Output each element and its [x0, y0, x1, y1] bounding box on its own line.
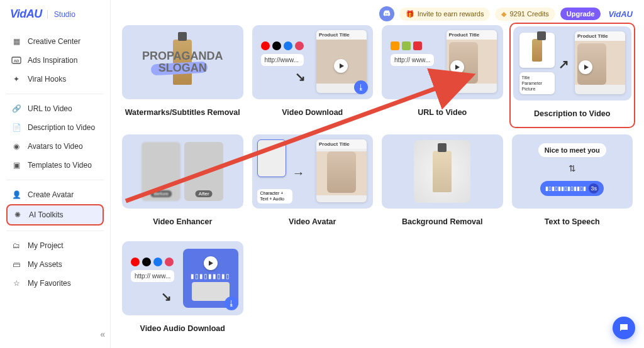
card-background-removal[interactable]: Background Removal [382, 134, 503, 232]
svg-text:AD: AD [14, 59, 19, 63]
avatar-icon: ◉ [11, 141, 21, 151]
star-icon: ☆ [11, 278, 21, 288]
card-title: Text to Speech [512, 209, 633, 232]
download-icon: ⭳ [354, 80, 368, 94]
brand-small: VidAU [608, 9, 633, 19]
topbar: 🎁Invite to earn rewards ◆9291 Credits Up… [122, 6, 633, 21]
tools-grid: PROPAGANDASLOGAN Watermarks/Subtitles Re… [122, 25, 633, 339]
card-title: URL to Video [382, 99, 503, 123]
person-icon: 👤 [11, 190, 21, 200]
card-text-to-speech[interactable]: Nice to meet you ⇅ ▮▯▮▯▮▮▯▮▯▮▮▯▮3s Text … [512, 134, 633, 232]
card-title: Background Removal [382, 209, 503, 232]
chat-fab[interactable] [613, 317, 635, 339]
sidebar-item-my-project[interactable]: 🗂My Project [6, 236, 104, 255]
card-video-download[interactable]: http://www... ↘ Product Title ⭳ Video Do… [252, 25, 374, 126]
grid-icon: ▦ [11, 36, 21, 46]
fire-icon: ✦ [11, 74, 21, 84]
box-icon: 🗃 [11, 259, 21, 269]
brand-sublabel: Studio [47, 10, 75, 19]
sidebar-item-create-avatar[interactable]: 👤Create Avatar [6, 185, 104, 204]
sidebar-item-my-assets[interactable]: 🗃My Assets [6, 255, 104, 274]
sidebar-item-creative-center[interactable]: ▦Creative Center [6, 32, 104, 51]
card-title: Video Avatar [252, 209, 374, 232]
sidebar-item-description-to-video[interactable]: 📄Description to Video [6, 118, 104, 137]
sidebar: VidAU Studio ▦Creative Center ADAds Insp… [0, 0, 111, 348]
folder-icon: 🗂 [11, 241, 21, 251]
card-description-to-video[interactable]: Title Parameter Picture ↗ Product Title … [509, 23, 636, 128]
card-url-to-video[interactable]: http:// www... ↘ Product Title URL to Vi… [382, 25, 503, 126]
doc-icon: 📄 [11, 122, 21, 133]
card-title: Video Audio Download [122, 315, 243, 339]
card-video-avatar[interactable]: Character + Text + Audio → Product Title… [252, 134, 374, 232]
discord-button[interactable] [379, 6, 394, 21]
credits-pill[interactable]: ◆9291 Credits [495, 8, 555, 21]
download-icon: ⭳ [225, 296, 238, 310]
brand-logo: VidAU [10, 8, 42, 21]
card-video-enhancer[interactable]: Before After Video Enhancer [122, 134, 243, 232]
sidebar-item-templates-to-video[interactable]: ▣Templates to Video [6, 156, 104, 175]
card-title: Description to Video [513, 101, 632, 124]
ad-icon: AD [11, 55, 21, 65]
sidebar-item-ads-inspiration[interactable]: ADAds Inspiration [6, 51, 104, 70]
card-watermarks[interactable]: PROPAGANDASLOGAN Watermarks/Subtitles Re… [122, 25, 243, 126]
sidebar-item-ai-toolkits[interactable]: ✺AI Toolkits [6, 204, 104, 226]
invite-button[interactable]: 🎁Invite to earn rewards [399, 8, 491, 21]
sidebar-item-avatars-to-video[interactable]: ◉Avatars to Video [6, 137, 104, 156]
spark-icon: ✺ [13, 210, 23, 220]
card-title: Video Enhancer [122, 209, 243, 232]
card-title: Video Download [252, 99, 374, 123]
link-icon: 🔗 [11, 104, 21, 114]
sidebar-item-viral-hooks[interactable]: ✦Viral Hooks [6, 70, 104, 89]
collapse-sidebar-button[interactable]: « [100, 329, 105, 339]
card-video-audio-download[interactable]: http:// www... ↘ ▮▯▮▯▮▮▯▮▯ ⭳ Video Audio… [122, 241, 243, 339]
sidebar-item-my-favorites[interactable]: ☆My Favorites [6, 274, 104, 293]
sidebar-item-url-to-video[interactable]: 🔗URL to Video [6, 99, 104, 118]
upgrade-button[interactable]: Upgrade [560, 8, 601, 20]
card-title: Watermarks/Subtitles Removal [122, 99, 243, 123]
main-content: 🎁Invite to earn rewards ◆9291 Credits Up… [111, 0, 644, 348]
logo-block: VidAU Studio [6, 8, 104, 21]
template-icon: ▣ [11, 160, 21, 170]
